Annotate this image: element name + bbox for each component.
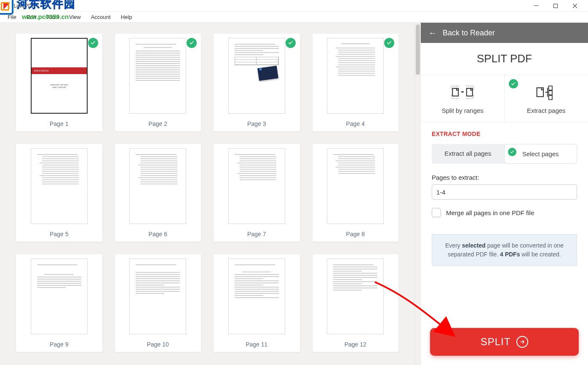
cover-brand: HIKVISION (32, 67, 87, 74)
workspace: HIKVISION network camerauser manual Page… (0, 23, 588, 365)
merge-checkbox[interactable] (432, 208, 441, 217)
thumbnail-page-7[interactable]: Page 7 (214, 144, 300, 242)
svg-rect-2 (452, 88, 458, 96)
thumbnail-page-10[interactable]: Page 10 (115, 254, 201, 352)
section-heading: EXTRACT MODE (432, 131, 577, 137)
thumbnail-page-4[interactable]: Page 4 (313, 34, 399, 131)
menu-file[interactable]: File (3, 13, 21, 21)
merge-label: Merge all pages in one PDF file (446, 209, 534, 216)
scrollbar[interactable] (414, 23, 420, 365)
page-preview (31, 258, 88, 334)
thumbnail-page-8[interactable]: Page 8 (313, 144, 399, 242)
menu-edit[interactable]: Edit (22, 13, 40, 21)
page-label: Page 11 (246, 341, 267, 348)
thumbnail-page-12[interactable]: Page 12 (313, 254, 399, 352)
tab-label: Extract pages (527, 107, 566, 114)
check-icon (509, 79, 518, 88)
page-label: Page 4 (346, 120, 365, 127)
page-label: Page 6 (149, 231, 167, 237)
svg-rect-0 (534, 5, 538, 6)
minimize-button[interactable] (527, 0, 546, 12)
panel-body: EXTRACT MODE Extract all pages Select pa… (421, 122, 588, 320)
maximize-button[interactable] (546, 0, 565, 12)
page-preview (228, 148, 285, 224)
menu-tools[interactable]: Tools (42, 13, 63, 21)
merge-row[interactable]: Merge all pages in one PDF file (432, 208, 577, 217)
menu-help[interactable]: Help (117, 13, 136, 21)
svg-rect-7 (548, 91, 552, 95)
check-icon (384, 38, 394, 48)
svg-rect-3 (467, 88, 473, 96)
side-panel: ← Back to Reader SPLIT PDF Split by rang… (420, 23, 588, 365)
page-preview (228, 258, 285, 334)
app-icon (3, 3, 10, 9)
page-preview (327, 148, 384, 224)
page-preview (327, 258, 384, 334)
split-ranges-icon (451, 83, 474, 101)
check-icon (187, 38, 197, 48)
thumbnail-page-9[interactable]: Page 9 (16, 254, 102, 352)
page-preview (129, 148, 186, 224)
mode-tabs: Split by ranges Extract pages (421, 75, 588, 122)
thumbnail-page-5[interactable]: Page 5 (16, 144, 102, 242)
title-bar: iLovePDF (0, 0, 588, 12)
page-label: Page 1 (50, 120, 68, 127)
thumbnail-page-1[interactable]: HIKVISION network camerauser manual Page… (16, 34, 102, 131)
page-label: Page 12 (345, 341, 366, 348)
page-preview (129, 258, 186, 334)
thumbnail-grid: HIKVISION network camerauser manual Page… (16, 34, 398, 352)
close-button[interactable] (565, 0, 585, 12)
thumbnail-area[interactable]: HIKVISION network camerauser manual Page… (0, 23, 414, 365)
back-to-reader-button[interactable]: ← Back to Reader (421, 23, 588, 43)
arrow-left-icon: ← (428, 28, 437, 38)
back-label: Back to Reader (443, 29, 495, 37)
check-icon (286, 38, 296, 48)
pages-to-extract-label: Pages to extract: (432, 174, 577, 181)
page-label: Page 5 (50, 231, 68, 237)
check-icon (88, 38, 98, 48)
panel-title: SPLIT PDF (421, 43, 588, 75)
tab-extract-pages[interactable]: Extract pages (505, 75, 588, 122)
svg-rect-1 (554, 4, 558, 8)
pages-to-extract-input[interactable] (432, 184, 577, 200)
thumbnail-page-6[interactable]: Page 6 (115, 144, 201, 242)
page-preview (31, 148, 88, 224)
page-preview (129, 38, 186, 114)
svg-rect-6 (548, 86, 552, 90)
menu-bar: File Edit Tools View Account Help (0, 12, 588, 23)
split-button[interactable]: SPLIT (430, 328, 579, 356)
svg-rect-4 (461, 91, 464, 93)
page-label: Page 3 (247, 120, 266, 127)
extract-pages-icon (535, 83, 558, 101)
menu-view[interactable]: View (65, 13, 85, 21)
page-preview (327, 38, 384, 114)
info-banner: Every selected page will be converted in… (432, 234, 577, 266)
subtab-extract-all[interactable]: Extract all pages (432, 144, 504, 164)
menu-account[interactable]: Account (87, 13, 115, 21)
thumbnail-page-11[interactable]: Page 11 (214, 254, 300, 352)
photo-icon (257, 66, 278, 81)
extract-mode-tabs: Extract all pages Select pages (432, 144, 577, 164)
tab-split-by-ranges[interactable]: Split by ranges (421, 75, 505, 122)
page-preview: HIKVISION network camerauser manual (31, 38, 88, 114)
window-title: iLovePDF (13, 3, 35, 9)
page-label: Page 9 (50, 341, 68, 348)
page-label: Page 10 (147, 341, 169, 348)
check-icon (508, 148, 516, 156)
svg-rect-8 (548, 96, 552, 100)
arrow-right-circle-icon (516, 336, 528, 348)
tab-label: Split by ranges (442, 107, 484, 114)
scrollbar-thumb[interactable] (416, 24, 420, 75)
split-button-label: SPLIT (481, 336, 511, 348)
page-label: Page 7 (247, 231, 266, 237)
page-preview (228, 38, 285, 114)
page-label: Page 2 (149, 120, 167, 127)
svg-rect-5 (537, 88, 543, 97)
thumbnail-page-3[interactable]: Page 3 (214, 34, 300, 131)
page-label: Page 8 (346, 231, 365, 237)
window-controls (527, 0, 585, 12)
subtab-select-pages[interactable]: Select pages (504, 144, 577, 164)
thumbnail-page-2[interactable]: Page 2 (115, 34, 201, 131)
